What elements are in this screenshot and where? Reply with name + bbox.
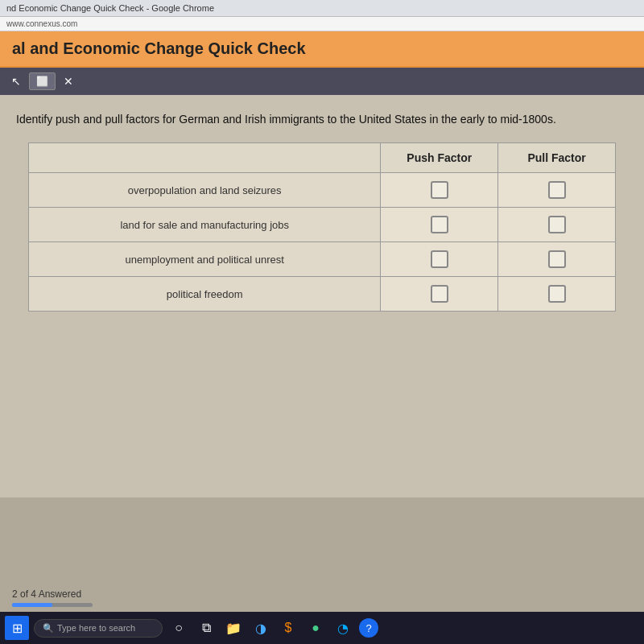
url-text: www.connexus.com bbox=[6, 19, 77, 28]
question-icon[interactable]: ? bbox=[359, 618, 378, 638]
chrome-icon[interactable]: ● bbox=[304, 617, 327, 639]
browser-title: nd Economic Change Quick Check - Google … bbox=[6, 3, 214, 13]
clock-icon[interactable]: ◔ bbox=[332, 617, 354, 639]
progress-bar-fill bbox=[12, 603, 52, 607]
row-label-1: land for sale and manufacturing jobs bbox=[29, 208, 381, 242]
file-explorer-icon[interactable]: 📁 bbox=[222, 617, 245, 639]
browser-title-bar: nd Economic Change Quick Check - Google … bbox=[0, 0, 644, 17]
taskbar-search[interactable]: 🔍 Type here to search bbox=[34, 619, 163, 638]
progress-bar-container bbox=[12, 603, 93, 607]
pull-factor-checkbox-2[interactable] bbox=[548, 250, 566, 268]
taskbar: ⊞ 🔍 Type here to search ○ ⧉ 📁 ◑ $ ● ◔ ? bbox=[0, 612, 644, 644]
main-content: Identify push and pull factors for Germa… bbox=[0, 95, 644, 497]
question-text: Identify push and pull factors for Germa… bbox=[16, 111, 628, 128]
push-factor-checkbox-3[interactable] bbox=[431, 285, 448, 303]
table-header-row: Push Factor Pull Factor bbox=[29, 143, 616, 173]
row-label-3: political freedom bbox=[29, 277, 381, 312]
push-factor-checkbox-0[interactable] bbox=[431, 181, 448, 199]
header-label-col bbox=[29, 143, 381, 173]
status-bar: 2 of 4 Answered bbox=[0, 584, 644, 612]
dollar-icon[interactable]: $ bbox=[277, 617, 299, 639]
page-header: al and Economic Change Quick Check bbox=[0, 31, 644, 68]
header-pull-factor: Pull Factor bbox=[498, 143, 616, 173]
push-factor-cell-1 bbox=[381, 208, 498, 242]
push-factor-checkbox-2[interactable] bbox=[431, 250, 448, 268]
table-row: land for sale and manufacturing jobs bbox=[29, 208, 616, 242]
push-factor-cell-3 bbox=[381, 277, 498, 312]
toolbar-tab[interactable]: ⬜ bbox=[29, 72, 56, 90]
task-view-icon[interactable]: ⧉ bbox=[195, 617, 217, 639]
table-row: overpopulation and land seizures bbox=[29, 173, 616, 208]
search-placeholder: Type here to search bbox=[57, 623, 135, 633]
cortana-icon[interactable]: ○ bbox=[167, 617, 190, 639]
push-factor-checkbox-1[interactable] bbox=[431, 216, 448, 233]
edge-icon[interactable]: ◑ bbox=[250, 617, 272, 639]
pull-factor-cell-0 bbox=[498, 173, 616, 208]
push-factor-cell-2 bbox=[381, 242, 498, 277]
start-button[interactable]: ⊞ bbox=[5, 616, 29, 640]
address-bar[interactable]: www.connexus.com bbox=[0, 17, 644, 31]
pull-factor-checkbox-0[interactable] bbox=[548, 181, 566, 199]
push-factor-cell-0 bbox=[381, 173, 498, 208]
table-row: political freedom bbox=[29, 277, 616, 312]
pull-factor-cell-1 bbox=[498, 208, 616, 242]
pull-factor-checkbox-1[interactable] bbox=[548, 216, 566, 233]
row-label-2: unemployment and political unrest bbox=[29, 242, 381, 277]
row-label-0: overpopulation and land seizures bbox=[29, 173, 381, 208]
toolbar: ↖ ⬜ ✕ bbox=[0, 68, 644, 95]
pull-factor-cell-3 bbox=[498, 277, 616, 312]
cursor-icon[interactable]: ↖ bbox=[8, 73, 24, 89]
header-push-factor: Push Factor bbox=[381, 143, 498, 173]
pull-factor-checkbox-3[interactable] bbox=[548, 285, 566, 303]
search-icon: 🔍 bbox=[43, 623, 54, 634]
quiz-table: Push Factor Pull Factor overpopulation a… bbox=[28, 142, 616, 312]
close-icon[interactable]: ✕ bbox=[60, 73, 76, 89]
pull-factor-cell-2 bbox=[498, 242, 616, 277]
answered-status: 2 of 4 Answered bbox=[12, 588, 81, 600]
table-row: unemployment and political unrest bbox=[29, 242, 616, 277]
page-title: al and Economic Change Quick Check bbox=[12, 39, 306, 57]
